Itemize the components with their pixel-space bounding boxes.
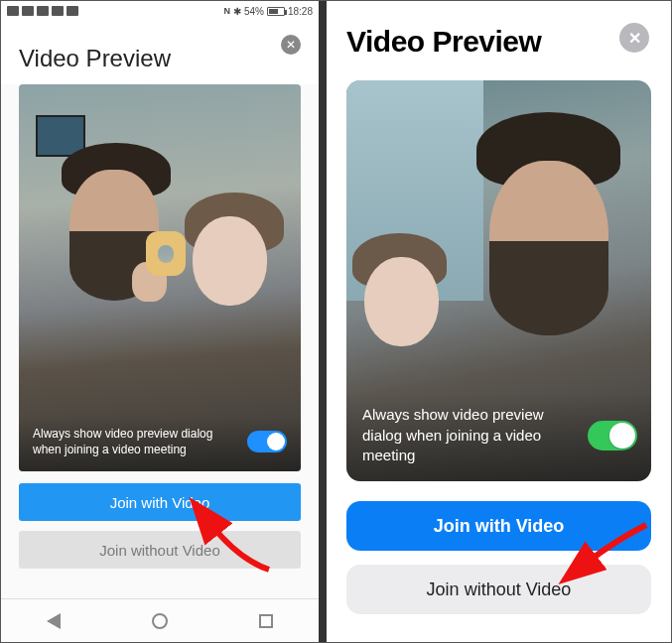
nfc-icon: N: [223, 6, 230, 16]
wifi-icon: [37, 6, 49, 16]
join-with-video-button[interactable]: Join with Video: [19, 483, 301, 521]
page-title: Video Preview: [19, 45, 171, 72]
back-button[interactable]: [47, 613, 61, 629]
battery-pct: 54%: [244, 6, 264, 17]
join-without-video-button[interactable]: Join without Video: [19, 531, 301, 569]
video-preview: Always show video preview dialog when jo…: [346, 80, 651, 481]
bluetooth-icon: ✱: [233, 6, 241, 17]
preview-toggle-label: Always show video preview dialog when jo…: [33, 426, 237, 457]
always-show-toggle[interactable]: [588, 421, 637, 450]
preview-toggle-label: Always show video preview dialog when jo…: [362, 405, 578, 465]
join-with-video-button[interactable]: Join with Video: [346, 501, 651, 551]
page-title: Video Preview: [346, 25, 651, 59]
close-icon: ✕: [286, 38, 296, 52]
ios-screen: ✕ Video Preview Always show video previe…: [327, 1, 671, 642]
hd2-icon: [67, 6, 78, 16]
camera-feed: [19, 84, 301, 471]
close-button[interactable]: ✕: [619, 23, 649, 53]
home-button[interactable]: [152, 613, 168, 629]
signal-icon: [22, 6, 34, 16]
statusbar: N ✱ 54% 18:28: [1, 1, 319, 21]
hd-icon: [7, 6, 19, 16]
close-icon: ✕: [628, 29, 641, 48]
android-navbar: [1, 598, 319, 642]
join-without-video-button[interactable]: Join without Video: [346, 565, 651, 614]
video-preview: Always show video preview dialog when jo…: [19, 84, 301, 471]
android-screen: N ✱ 54% 18:28 Video Preview ✕ Always sho…: [1, 1, 327, 642]
close-button[interactable]: ✕: [281, 35, 301, 55]
camera-icon: [52, 6, 64, 16]
battery-icon: [267, 7, 285, 16]
clock: 18:28: [288, 6, 313, 17]
always-show-toggle[interactable]: [247, 431, 287, 452]
recents-button[interactable]: [259, 614, 273, 628]
